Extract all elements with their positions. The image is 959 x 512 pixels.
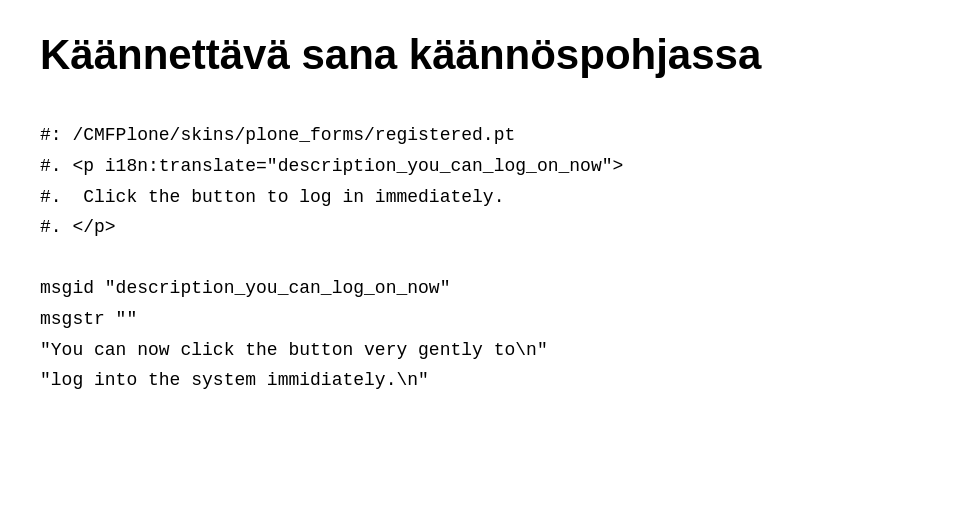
code-line-4: #. </p> [40, 212, 919, 243]
code-line-5: msgid "description_you_can_log_on_now" [40, 273, 919, 304]
code-line-6: msgstr "" [40, 304, 919, 335]
code-line-2: #. <p i18n:translate="description_you_ca… [40, 151, 919, 182]
blank-line [40, 243, 919, 274]
code-line-7: "You can now click the button very gentl… [40, 335, 919, 366]
code-line-8: "log into the system immidiately.\n" [40, 365, 919, 396]
code-line-3: #. Click the button to log in immediatel… [40, 182, 919, 213]
code-content: #: /CMFPlone/skins/plone_forms/registere… [40, 120, 919, 395]
page-title: Käännettävä sana käännöspohjassa [40, 30, 919, 80]
code-line-1: #: /CMFPlone/skins/plone_forms/registere… [40, 120, 919, 151]
